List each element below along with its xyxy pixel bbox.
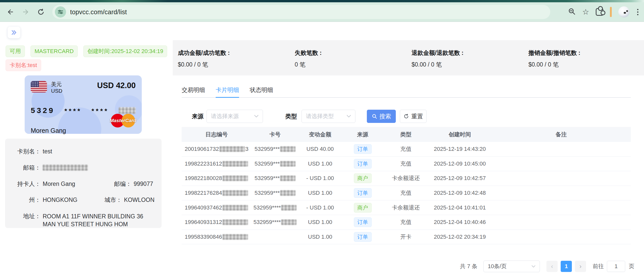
zoom-out-icon[interactable] <box>568 8 576 16</box>
cell-type: 充值 <box>384 189 428 197</box>
pagination: 共 7 条 10条/页 ‹ 1 › 前往 页 <box>173 260 634 272</box>
alias-label: 卡别名： <box>12 148 41 155</box>
url-text[interactable]: topvcc.com/card/list <box>70 8 127 16</box>
source-select[interactable]: 请选择来源 <box>207 110 263 123</box>
browser-menu-icon[interactable] <box>636 8 639 16</box>
virtual-card-face: 美元 USD USD 42.00 5329 **** **** Moren Ga… <box>25 75 142 134</box>
page-size-select[interactable]: 10条/页 <box>483 261 540 272</box>
goto-page-input[interactable] <box>607 261 625 272</box>
search-button[interactable]: 搜索 <box>367 110 396 123</box>
cell-created-time: 2025-12-04 10:40:46 <box>428 219 492 225</box>
type-select[interactable]: 请选择类型 <box>302 110 355 123</box>
cell-type: 充值 <box>384 145 428 153</box>
table-row: 199640937462532959****- USD 1.00商户卡余额退还2… <box>182 200 631 215</box>
cell-log-id: 199822180028 <box>182 175 252 182</box>
site-settings-icon[interactable] <box>55 6 66 18</box>
screen: topvcc.com/card/list ☆ <box>0 0 644 275</box>
redacted-log-id-block <box>223 219 248 225</box>
previous-page-button[interactable]: ‹ <box>546 261 558 272</box>
cell-created-time: 2025-12-19 14:43:20 <box>428 146 492 152</box>
address-label: 地址： <box>12 213 41 228</box>
cell-type: 卡余额退还 <box>384 174 428 182</box>
chevron-down-icon <box>254 115 259 118</box>
redacted-card-number-block <box>280 146 295 152</box>
cell-created-time: 2025-12-04 10:41:01 <box>428 204 492 211</box>
status-badge: 可用 <box>6 45 25 57</box>
table-header: 日志编号 卡号 变动金额 来源 类型 创建时间 备注 <box>182 127 631 142</box>
next-page-button[interactable]: › <box>575 261 586 272</box>
reload-icon[interactable] <box>35 6 47 18</box>
forward-icon[interactable] <box>20 6 32 18</box>
badge-row-2: 卡别名:test <box>6 59 41 71</box>
currency-code: USD <box>51 88 62 94</box>
redacted-card-number-block <box>280 190 295 196</box>
cell-amount: USD 1.00 <box>299 190 342 196</box>
log-id-prefix: 199583390846 <box>185 234 222 240</box>
column-header-card-number: 卡号 <box>252 131 299 138</box>
source-tag: 订单 <box>354 232 372 242</box>
pinned-extension-icon[interactable] <box>610 7 612 17</box>
bookmark-star-icon[interactable]: ☆ <box>582 8 589 16</box>
refresh-icon <box>403 114 409 119</box>
cell-card-number: 532959*** <box>252 190 299 196</box>
redacted-card-number-block <box>280 161 295 167</box>
stat-success: 成功金额/成功笔数 : $0.00 / 0 笔 <box>178 49 230 69</box>
cell-source: 商户 <box>342 173 384 183</box>
table-row: 199822231612532959***USD 1.00订单充值2025-12… <box>182 157 631 171</box>
column-header-source: 来源 <box>342 131 384 138</box>
browser-chrome: topvcc.com/card/list ☆ <box>0 0 644 22</box>
cell-type: 卡余额退还 <box>384 204 428 212</box>
double-chevron-right-icon <box>10 29 18 36</box>
sidebar-expand-button[interactable] <box>8 27 20 38</box>
brand-badge: MASTERCARD <box>30 45 78 57</box>
cell-source: 订单 <box>342 144 384 154</box>
cell-created-time: 2025-12-09 10:42:57 <box>428 175 492 182</box>
cell-amount: USD 1.00 <box>299 219 342 225</box>
extensions-icon[interactable] <box>596 8 603 16</box>
address-bar[interactable]: topvcc.com/card/list <box>52 5 550 19</box>
back-icon[interactable] <box>5 6 16 18</box>
table-body: 200190617323532959***USD 40.00订单充值2025-1… <box>182 142 631 244</box>
stat-failed: 失败笔数 : 0 笔 <box>295 49 322 69</box>
current-page-button[interactable]: 1 <box>561 261 572 272</box>
tab-card-detail[interactable]: 卡片明细 <box>216 86 239 97</box>
table-row: 199640931312532959****USD 1.00订单充值2025-1… <box>182 215 631 230</box>
redacted-card-number-block <box>280 175 295 181</box>
column-header-type: 类型 <box>384 131 428 138</box>
card-number-masked-2: **** <box>91 107 109 115</box>
chevron-down-icon <box>347 115 351 118</box>
browser-window-edge <box>0 0 644 2</box>
cell-log-id: 199822231612 <box>182 160 252 167</box>
holder-label: 持卡人： <box>12 180 41 188</box>
cell-card-number: 532959**** <box>252 219 299 225</box>
stat-refund: 退款金额/退款笔数 : $0.00 / 0 笔 <box>412 49 463 69</box>
email-label: 邮箱： <box>12 164 41 171</box>
card-balance: USD 42.00 <box>97 81 136 90</box>
created-time-badge: 创建时间:2025-12-02 20:34:19 <box>83 45 167 57</box>
tab-status-detail[interactable]: 状态明细 <box>250 86 273 97</box>
cell-created-time: 2025-12-02 20:34:19 <box>428 234 492 240</box>
column-header-remark: 备注 <box>492 131 631 138</box>
zip-label: 邮编： <box>106 180 132 188</box>
cell-created-time: 2025-12-09 10:45:00 <box>428 160 492 167</box>
card-number-prefix: 532959**** <box>254 204 281 211</box>
source-tag: 订单 <box>354 188 372 198</box>
redacted-log-id-block <box>223 234 248 240</box>
log-id-prefix: 199822180028 <box>185 175 222 182</box>
card-number-prefix: 532959*** <box>255 190 280 196</box>
cell-amount: - USD 1.00 <box>299 175 342 182</box>
profile-avatar[interactable] <box>618 6 630 18</box>
column-header-created-time: 创建时间 <box>428 131 492 138</box>
reset-button[interactable]: 重置 <box>400 110 427 123</box>
currency-name-cn: 美元 <box>51 81 62 88</box>
stat-reversal: 撤销金额/撤销笔数 : $0.00 / 0 笔 <box>528 49 580 69</box>
redacted-card-number-block <box>281 219 296 225</box>
chevron-down-icon <box>531 265 536 268</box>
column-header-log-id: 日志编号 <box>182 131 252 138</box>
tab-transaction-detail[interactable]: 交易明细 <box>182 86 205 97</box>
log-id-prefix: 199640931312 <box>185 219 222 225</box>
redacted-log-id-block <box>223 175 248 181</box>
cell-source: 订单 <box>342 159 384 169</box>
cell-amount: - USD 1.00 <box>299 204 342 211</box>
goto-label: 前往 <box>593 263 604 270</box>
